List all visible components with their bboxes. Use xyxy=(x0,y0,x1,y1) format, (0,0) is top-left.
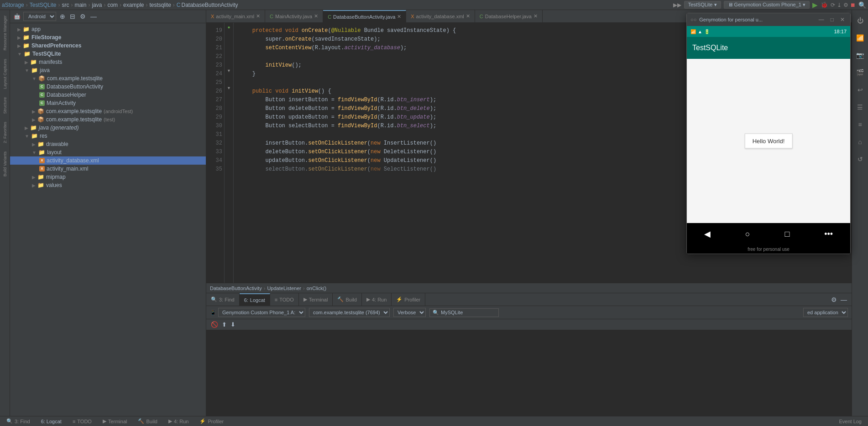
logcat-filter-input[interactable] xyxy=(441,310,496,315)
tree-item-databasehelper[interactable]: C DatabaseHelper xyxy=(10,91,206,99)
tab-terminal[interactable]: ▶ Terminal xyxy=(299,293,333,306)
tab-activity-database-xml[interactable]: X activity_database.xml ✕ xyxy=(406,10,475,22)
logcat-filter-input-container[interactable]: 🔍 xyxy=(429,308,499,317)
tab-build[interactable]: 🔨 Build xyxy=(333,293,361,306)
nav-home-button[interactable]: ○ xyxy=(745,229,750,239)
sync-icon[interactable]: ⊕ xyxy=(59,12,66,21)
nav-back-button[interactable]: ◀ xyxy=(704,229,711,239)
emulator-close-button[interactable]: ✕ xyxy=(838,16,847,24)
test-sqlitebutton[interactable]: TestSQLite ▾ xyxy=(684,1,721,9)
logcat-device-select[interactable]: Genymotion Custom Phone_1 A: xyxy=(218,308,305,317)
tab-logcat[interactable]: 6: Logcat xyxy=(240,293,270,306)
phone-rotate-icon[interactable]: ↺ xyxy=(853,152,867,166)
status-todo[interactable]: ≡ TODO xyxy=(70,416,94,426)
phone-camera-icon[interactable]: 📷 xyxy=(853,48,867,62)
minimize-sidebar-icon[interactable]: — xyxy=(89,12,98,21)
tab-run[interactable]: ▶ 4: Run xyxy=(362,293,392,306)
close-tab-icon[interactable]: ✕ xyxy=(533,13,538,19)
breadcrumb-testsqlite[interactable]: TestSQLite xyxy=(30,2,57,8)
phone-nav-bar[interactable]: ◀ ○ □ ••• xyxy=(687,223,850,245)
tree-item-app[interactable]: ▶ 📁 app xyxy=(10,25,206,33)
tree-item-activity-main-xml[interactable]: X activity_main.xml xyxy=(10,165,206,173)
breadcrumb-testsqlite2[interactable]: testsqlite xyxy=(149,2,171,8)
breadcrumb-dba[interactable]: DatabaseButtonActivity xyxy=(210,286,262,291)
emulator-restore-button[interactable]: □ xyxy=(829,16,836,24)
tree-item-mipmap[interactable]: ▶ 📁 mipmap xyxy=(10,173,206,181)
status-logcat[interactable]: 6: Logcat xyxy=(38,416,64,426)
android-view-selector[interactable]: Android Project xyxy=(23,12,56,21)
tree-item-package-androidtest[interactable]: ▶ 📦 com.example.testsqlite (androidTest) xyxy=(10,107,206,115)
edge-tab-layout-captures[interactable]: Layout Captures xyxy=(2,55,8,93)
status-terminal[interactable]: ▶ Terminal xyxy=(100,416,130,426)
close-tab-icon[interactable]: ✕ xyxy=(466,13,470,19)
tab-databasehelper-java[interactable]: C DatabaseHelper.java ✕ xyxy=(475,10,543,22)
device-selector[interactable]: 🖥 Genymotion Custom Phone_1 ▾ xyxy=(724,1,810,9)
tree-item-java[interactable]: ▼ 📁 java xyxy=(10,66,206,74)
phone-screen[interactable]: Hello World! xyxy=(687,59,850,223)
phone-list-icon[interactable]: ≡ xyxy=(853,118,867,131)
status-run[interactable]: ▶ 4: Run xyxy=(166,416,191,426)
tab-profiler[interactable]: ⚡ Profiler xyxy=(392,293,425,306)
phone-power-icon[interactable]: ⏻ xyxy=(853,14,867,27)
close-tab-icon[interactable]: ✕ xyxy=(256,13,260,19)
nav-more-button[interactable]: ••• xyxy=(824,229,833,239)
nav-recents-button[interactable]: □ xyxy=(784,229,790,239)
close-tab-icon[interactable]: ✕ xyxy=(314,13,318,19)
breadcrumb-aStorage[interactable]: aStorage xyxy=(2,2,24,8)
breadcrumb-activity[interactable]: DatabaseButtonActivity xyxy=(182,2,238,8)
logcat-right-select[interactable]: ed application xyxy=(803,308,848,317)
tree-item-res[interactable]: ▼ 📁 res xyxy=(10,132,206,140)
tree-item-mainactivity[interactable]: C MainActivity xyxy=(10,99,206,107)
breakpoint-icon[interactable]: ● xyxy=(225,23,233,31)
status-profiler[interactable]: ⚡ Profiler xyxy=(197,416,226,426)
toolbar-debug[interactable]: 🐞 xyxy=(821,1,828,8)
breadcrumb-src[interactable]: src xyxy=(62,2,69,8)
phone-back-icon[interactable]: ↩ xyxy=(853,83,867,97)
scroll-bottom-icon[interactable]: ⬇ xyxy=(230,320,236,329)
tree-item-values[interactable]: ▶ 📁 values xyxy=(10,181,206,189)
breadcrumb-com[interactable]: com xyxy=(107,2,118,8)
phone-home-icon[interactable]: ⌂ xyxy=(853,135,867,149)
edge-tab-build-variants[interactable]: Build Variants xyxy=(2,148,8,180)
logcat-content[interactable] xyxy=(206,330,852,416)
fold-icon-2[interactable]: ▼ xyxy=(225,83,233,92)
tab-find[interactable]: 🔍 3: Find xyxy=(206,293,240,306)
toolbar-run[interactable]: ▶ xyxy=(812,1,818,9)
tree-item-filestorage[interactable]: ▶ 📁 FileStorage xyxy=(10,33,206,42)
breadcrumb-onclick[interactable]: onClick() xyxy=(307,286,326,291)
emulator-minimize-button[interactable]: — xyxy=(817,16,826,24)
edge-tab-favorites[interactable]: 2: Favorites xyxy=(2,118,8,147)
tab-databasebuttonactivity-java[interactable]: C DatabaseButtonActivity.java ✕ xyxy=(323,10,406,22)
tree-item-testsqlite[interactable]: ▼ 📁 TestSQLite xyxy=(10,50,206,58)
edge-tab-structure[interactable]: Structure xyxy=(2,94,8,118)
tree-item-layout[interactable]: ▼ 📁 layout xyxy=(10,148,206,156)
tree-item-sharedprefs[interactable]: ▶ 📁 SharedPreferences xyxy=(10,42,206,50)
breadcrumb-main[interactable]: main xyxy=(74,2,86,8)
tree-item-manifests[interactable]: ▶ 📁 manifests xyxy=(10,58,206,66)
status-event-log[interactable]: Event Log xyxy=(836,419,864,424)
close-tab-icon[interactable]: ✕ xyxy=(397,14,401,20)
phone-wifi-icon[interactable]: 📶 xyxy=(853,31,867,45)
tab-mainactivity-java[interactable]: C MainActivity.java ✕ xyxy=(265,10,323,22)
tab-activity-main-xml[interactable]: X activity_main.xml ✕ xyxy=(206,10,265,22)
tree-item-drawable[interactable]: ▶ 📁 drawable xyxy=(10,140,206,148)
tree-item-java-generated[interactable]: ▶ 📁 java (generated) xyxy=(10,124,206,132)
tree-item-package-main[interactable]: ▼ 📦 com.example.testsqlite xyxy=(10,74,206,83)
breadcrumb-updatelistener[interactable]: UpdateListener xyxy=(267,286,301,291)
search-top-icon[interactable]: 🔍 xyxy=(858,1,866,9)
settings-icon[interactable]: ⚙ xyxy=(79,12,87,21)
tree-item-package-test[interactable]: ▶ 📦 com.example.testsqlite (test) xyxy=(10,115,206,124)
breadcrumb-example[interactable]: example xyxy=(123,2,144,8)
fold-icon[interactable]: ▼ xyxy=(225,66,233,75)
status-build[interactable]: 🔨 Build xyxy=(135,416,160,426)
logcat-package-select[interactable]: com.example.testsqlite (7694) xyxy=(309,308,390,317)
tree-item-databasebuttonactivity[interactable]: C DatabaseButtonActivity xyxy=(10,83,206,91)
phone-menu-icon[interactable]: ☰ xyxy=(853,100,867,114)
edge-tab-resource-manager[interactable]: Resource Manager xyxy=(2,12,8,54)
logcat-settings-icon[interactable]: ⚙ xyxy=(830,295,838,304)
tree-item-activity-database-xml[interactable]: X activity_database.xml xyxy=(10,156,206,165)
tab-todo[interactable]: ≡ TODO xyxy=(270,293,299,306)
phone-video-icon[interactable]: 🎬 xyxy=(853,66,867,79)
status-find[interactable]: 🔍 3: Find xyxy=(4,416,33,426)
logcat-minimize-icon[interactable]: — xyxy=(840,295,848,304)
